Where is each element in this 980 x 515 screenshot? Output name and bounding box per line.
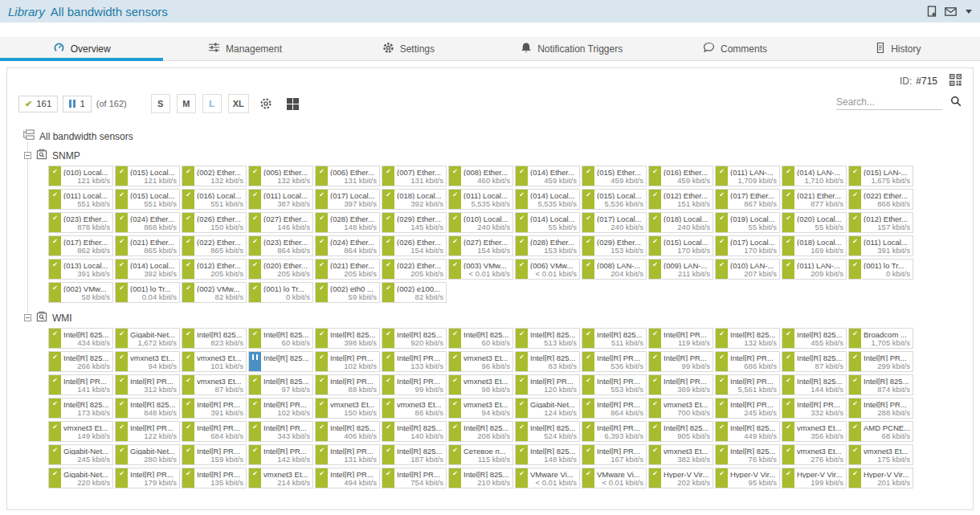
- sensor-tile[interactable]: ✔ (002) VMw... 58 kbit/s: [48, 282, 113, 303]
- sensor-tile[interactable]: ✔ vmxnet3 Et... 214 kbit/s: [248, 468, 313, 488]
- sensor-tile[interactable]: ✔ Intel[R] PR... 99 kbit/s: [382, 374, 447, 395]
- sensor-tile[interactable]: ✔ Intel[R] 825... 524 kbit/s: [515, 421, 580, 442]
- sensor-tile[interactable]: ✔ (015) Local... 121 kbit/s: [115, 166, 180, 186]
- gear-dashed-icon[interactable]: [255, 94, 276, 113]
- sensor-tile[interactable]: ✔ (001) lo Tr... 0 kbit/s: [848, 259, 913, 280]
- sensor-tile[interactable]: ✔ Intel[R] 825... 823 kbit/s: [182, 328, 247, 349]
- qr-code-icon[interactable]: [949, 74, 962, 89]
- sensor-tile[interactable]: ✔ Intel[R] 825... 511 kbit/s: [582, 328, 647, 349]
- sensor-tile[interactable]: ✔ (014) Ether... 459 kbit/s: [515, 166, 580, 186]
- sensor-tile[interactable]: ✔ (002) Ether... 132 kbit/s: [182, 166, 247, 186]
- sensor-tile[interactable]: ✔ Intel[R] 825... 97 kbit/s: [248, 374, 313, 395]
- sensor-tile[interactable]: ✔ (002) eth0 ... 59 kbit/s: [315, 282, 380, 303]
- sensor-tile[interactable]: ✔ Intel[R] 825... 148 kbit/s: [515, 444, 580, 465]
- sensor-tile[interactable]: ✔ Intel[R] PR... 167 kbit/s: [582, 444, 647, 465]
- sensor-tile[interactable]: ✔ (028) Ether... 148 kbit/s: [315, 212, 380, 233]
- group-label[interactable]: WMI: [52, 313, 72, 324]
- sensor-tile[interactable]: ✔ (011) Local... 387 kbit/s: [248, 189, 313, 210]
- sensor-tile[interactable]: ✔ (014) Local... 5,535 kbit/s: [515, 189, 580, 210]
- sensor-tile[interactable]: ✔ (015) Local... 170 kbit/s: [648, 235, 713, 256]
- sensor-tile[interactable]: ✔ (019) Local... 55 kbit/s: [715, 212, 780, 233]
- sensor-tile[interactable]: ✔ vmxnet3 Et... 98 kbit/s: [448, 374, 513, 395]
- sensor-tile[interactable]: ✔ Intel[R] PR... 864 kbit/s: [582, 398, 647, 419]
- sensor-tile[interactable]: ✔ Hyper-V Vir... 95 kbit/s: [715, 468, 780, 488]
- sensor-tile[interactable]: ✔ (011) Local... 5,535 kbit/s: [448, 189, 513, 210]
- email-icon[interactable]: [945, 7, 957, 16]
- sensor-tile[interactable]: ✔ Intel[R] 825... 173 kbit/s: [48, 398, 113, 419]
- sensor-tile[interactable]: ✔ Intel[R] 825... 920 kbit/s: [382, 328, 447, 349]
- sensor-tile[interactable]: ✔ Intel[R] 825... 76 kbit/s: [715, 444, 780, 465]
- sensor-tile[interactable]: ✔ Intel[R] PR... 391 kbit/s: [182, 398, 247, 419]
- sensor-tile[interactable]: ✔ (002) e100... 82 kbit/s: [382, 282, 447, 303]
- sensor-tile[interactable]: ✔ (015) Local... 5,536 kbit/s: [582, 189, 647, 210]
- sensor-tile[interactable]: ✔ Intel[R] PR... 5,561 kbit/s: [715, 374, 780, 395]
- sensor-tile[interactable]: ✔ vmxnet3 Et... 94 kbit/s: [115, 351, 180, 372]
- sensor-tile[interactable]: ✔ (017) Ether... 862 kbit/s: [48, 235, 113, 256]
- sensor-tile[interactable]: ✔ Intel[R] 825... 87 kbit/s: [782, 351, 847, 372]
- sensor-tile[interactable]: ✔ (012) Ether... 205 kbit/s: [182, 259, 247, 280]
- sensor-tile[interactable]: ✔ (026) Ether... 154 kbit/s: [382, 235, 447, 256]
- sensor-tile[interactable]: ✔ (017) Local... 397 kbit/s: [315, 189, 380, 210]
- search-input[interactable]: [836, 95, 942, 110]
- sensor-tile[interactable]: ✔ (024) Ether... 868 kbit/s: [115, 212, 180, 233]
- sensor-tile[interactable]: ✔ Intel[R] PR... 133 kbit/s: [382, 351, 447, 372]
- sensor-tile[interactable]: ✔ Intel[R] PR... 135 kbit/s: [182, 468, 247, 488]
- sensor-tile[interactable]: ✔ (023) Ether... 864 kbit/s: [248, 235, 313, 256]
- sensor-tile[interactable]: ✔ vmxnet3 Et... 700 kbit/s: [648, 398, 713, 419]
- sensor-tile[interactable]: ✔ (010) Local... 121 kbit/s: [48, 166, 113, 186]
- size-l-button[interactable]: L: [202, 94, 222, 113]
- sensor-tile[interactable]: ✔ (014) Local... 392 kbit/s: [115, 259, 180, 280]
- sensor-tile[interactable]: ✔ Intel[R] PR... 102 kbit/s: [315, 351, 380, 372]
- sensor-tile[interactable]: ✔ (011) Local... 391 kbit/s: [848, 235, 913, 256]
- sensor-tile[interactable]: ✔ Intel[R] PR... 120 kbit/s: [515, 374, 580, 395]
- tiles-grid-icon[interactable]: [283, 94, 304, 113]
- sensor-tile[interactable]: ✔ (021) Ether... 877 kbit/s: [782, 189, 847, 210]
- sensor-tile[interactable]: ✔ (015) LAN-... 1,675 kbit/s: [848, 166, 913, 186]
- sensor-tile[interactable]: ✔ (016) Ether... 459 kbit/s: [648, 166, 713, 186]
- sensor-tile[interactable]: ✔ Intel[R] PR... 553 kbit/s: [582, 374, 647, 395]
- sensor-tile[interactable]: ✔ (018) Local... 169 kbit/s: [782, 235, 847, 256]
- sensor-tile[interactable]: ✔ (024) Ether... 864 kbit/s: [315, 235, 380, 256]
- sensor-tile[interactable]: ✔ (021) Ether... 205 kbit/s: [315, 259, 380, 280]
- size-xl-button[interactable]: XL: [228, 94, 249, 113]
- sensor-tile[interactable]: ✔ (021) Ether... 865 kbit/s: [115, 235, 180, 256]
- sensor-tile[interactable]: ✔ (029) Ether... 153 kbit/s: [582, 235, 647, 256]
- sensor-tile[interactable]: ✔ vmxnet3 Et... 96 kbit/s: [448, 351, 513, 372]
- sensor-tile[interactable]: ✔ Intel[R] PR... 389 kbit/s: [648, 374, 713, 395]
- sensor-tile[interactable]: ✔ (011) LAN-... 1,709 kbit/s: [715, 166, 780, 186]
- sensor-tile[interactable]: ✔ vmxnet3 Et... 356 kbit/s: [782, 421, 847, 442]
- sensor-tile[interactable]: ✔ Intel[R] 825... 455 kbit/s: [782, 328, 847, 349]
- sensor-tile[interactable]: ✔ (027) Ether... 146 kbit/s: [248, 212, 313, 233]
- collapse-minus-icon[interactable]: [24, 314, 31, 321]
- sensor-tile[interactable]: ✔ Intel[R] PR... 6,393 kbit/s: [582, 421, 647, 442]
- sensor-tile[interactable]: ✔ Intel[R] PR... 102 kbit/s: [248, 398, 313, 419]
- sensor-tile[interactable]: ✔ Gigabit-Net... 245 kbit/s: [48, 444, 113, 465]
- sensor-tile[interactable]: ✔ (005) Ether... 132 kbit/s: [248, 166, 313, 186]
- sensor-tile[interactable]: ✔ (017) Local... 170 kbit/s: [715, 235, 780, 256]
- sensor-tile[interactable]: ✔ (009) LAN-... 211 kbit/s: [648, 259, 713, 280]
- sensor-tile[interactable]: ✔ (008) Ether... 460 kbit/s: [448, 166, 513, 186]
- tab-history[interactable]: History: [817, 37, 980, 60]
- sensor-tile[interactable]: ✔ Intel[R] PR... 88 kbit/s: [315, 374, 380, 395]
- sensor-tile[interactable]: ✔ (012) Ether... 151 kbit/s: [648, 189, 713, 210]
- sensor-tile[interactable]: ✔ Intel[R] PR... 536 kbit/s: [582, 351, 647, 372]
- sensor-tile[interactable]: ✔ Intel[R] 825... 208 kbit/s: [448, 421, 513, 442]
- sensor-tile[interactable]: ✔ (001) lo Tr... 0.04 kbit/s: [115, 282, 180, 303]
- sensor-tile[interactable]: ✔ (018) Local... 240 kbit/s: [648, 212, 713, 233]
- sensor-tile[interactable]: ✔ (011) LAN-... 209 kbit/s: [782, 259, 847, 280]
- sensor-tile[interactable]: ✔ vmxnet3 Et... 101 kbit/s: [182, 351, 247, 372]
- sensor-tile[interactable]: ✔ (001) lo Tr... 0 kbit/s: [248, 282, 313, 303]
- sensor-tile[interactable]: ✔ Intel[R] 825... 905 kbit/s: [648, 421, 713, 442]
- sensor-tile[interactable]: ✔ (018) Local... 392 kbit/s: [382, 189, 447, 210]
- sensor-tile[interactable]: ✔ vmxnet3 Et... 276 kbit/s: [782, 444, 847, 465]
- sensor-tile[interactable]: ✔ (010) Local... 240 kbit/s: [448, 212, 513, 233]
- sensor-tile[interactable]: ✔ (022) Ether... 868 kbit/s: [848, 189, 913, 210]
- sensor-tile[interactable]: ✔ (015) Local... 551 kbit/s: [115, 189, 180, 210]
- sensor-tile[interactable]: ✔ Intel[R] 825... 449 kbit/s: [715, 421, 780, 442]
- sensor-tile[interactable]: ✔ (015) Ether... 459 kbit/s: [582, 166, 647, 186]
- sensor-tile[interactable]: ✔ Intel[R] 825...: [248, 351, 313, 372]
- sensor-tile[interactable]: ✔ Intel[R] PR... 122 kbit/s: [115, 421, 180, 442]
- sensor-tile[interactable]: ✔ Intel[R] PR... 332 kbit/s: [782, 398, 847, 419]
- sensor-tile[interactable]: ✔ Gigabit-Net... 1,672 kbit/s: [115, 328, 180, 349]
- sensor-tile[interactable]: ✔ Intel[R] PR... 119 kbit/s: [648, 328, 713, 349]
